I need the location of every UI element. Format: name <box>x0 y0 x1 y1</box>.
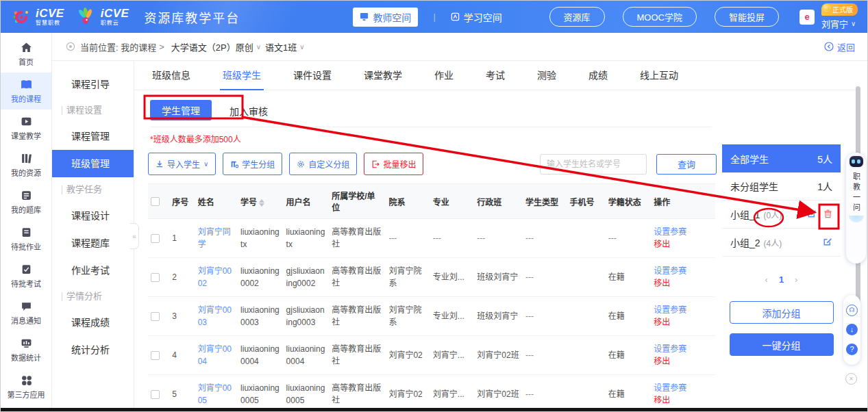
row-checkbox[interactable] <box>151 312 160 321</box>
menu-item-class-management[interactable]: 班级管理 <box>52 150 134 177</box>
sidebar-item-pending-exams[interactable]: 待批考试 <box>1 257 51 294</box>
tab-grades[interactable]: 成绩 <box>588 61 608 90</box>
current-page[interactable]: 1 <box>779 274 784 285</box>
logo-subtitle: 智慧职教 <box>36 21 64 26</box>
one-click-group-button[interactable]: 一键分组 <box>730 333 834 356</box>
user-menu[interactable]: 刘宵宁 ∨ <box>821 17 856 30</box>
add-group-button[interactable]: 添加分组 <box>730 301 834 324</box>
sort-icon[interactable] <box>259 199 264 207</box>
edit-group-icon[interactable] <box>807 209 817 220</box>
menu-section-teaching-tasks: 教学任务 <box>52 177 134 202</box>
close-float-icon[interactable]: × <box>845 373 857 385</box>
logo-icve-zhihuizhijiao[interactable]: iCVE 智慧职教 <box>12 8 64 27</box>
menu-item-course-question-bank[interactable]: 课程题库 <box>52 229 134 257</box>
play-video-icon <box>21 116 32 127</box>
next-page-icon[interactable]: › <box>795 274 797 285</box>
remove-link[interactable]: 移出 <box>654 316 712 329</box>
tab-quiz[interactable]: 测验 <box>537 61 556 90</box>
custom-grouping-button[interactable]: 自定义分组 <box>289 153 357 175</box>
group-ungrouped-students[interactable]: 未分组学生 1人 <box>722 172 841 201</box>
sidebar-item-statistics[interactable]: 数据统计 <box>1 331 51 368</box>
delete-group-icon[interactable] <box>823 209 832 220</box>
resource-library-button[interactable]: 资源库 <box>549 7 605 27</box>
cell-seq: 1 <box>169 219 195 258</box>
query-button[interactable]: 查询 <box>656 154 717 175</box>
edit-group-icon[interactable] <box>823 237 832 248</box>
teacher-space-button[interactable]: 教师空间 <box>353 8 418 27</box>
learning-space-link[interactable]: 学习空间 <box>451 10 502 24</box>
menu-section-learning-analysis: 学情分析 <box>52 284 134 309</box>
sidebar-item-my-courses[interactable]: 我的课程 <box>1 73 51 110</box>
sidebar-item-home[interactable]: 首页 <box>1 36 51 73</box>
breadcrumb-my-courses[interactable]: 我的课程 <box>121 40 156 53</box>
set-contest-link[interactable]: 设置参赛 <box>654 265 712 277</box>
sidebar-item-classroom-teaching[interactable]: 课堂教学 <box>1 110 51 146</box>
back-button[interactable]: 返回 <box>824 40 855 53</box>
class-dropdown[interactable]: 语文1班∨ <box>265 40 305 53</box>
subtab-join-review[interactable]: 加入审核 <box>230 104 268 120</box>
batch-remove-button[interactable]: 批量移出 <box>364 153 423 175</box>
menu-collapse-handle[interactable]: « <box>130 223 139 249</box>
help-icon[interactable]: ? <box>846 344 858 355</box>
cell-username: liuxiaoning0004 <box>284 336 330 375</box>
menu-item-course-design[interactable]: 课程设计 <box>52 202 134 229</box>
remove-link[interactable]: 移出 <box>654 355 712 368</box>
student-name-link[interactable]: 刘宵宁0005 <box>195 375 238 404</box>
student-name-link[interactable]: 刘宵宁0004 <box>195 336 238 375</box>
sidebar-item-notifications[interactable]: 消息通知 <box>1 294 51 331</box>
tab-exam[interactable]: 考试 <box>486 61 505 90</box>
row-checkbox[interactable] <box>151 351 160 360</box>
menu-section-course-settings: 课程设置 <box>52 98 134 123</box>
customer-service-icon[interactable]: ☊ <box>846 305 858 316</box>
row-checkbox[interactable] <box>151 273 160 282</box>
course-dropdown[interactable]: 大学语文（2P）原创∨ <box>171 40 261 53</box>
app-shortcut-icon[interactable]: e <box>799 10 815 25</box>
table-row: 5 刘宵宁0005 liuxiaoning0005 liuxiaoning000… <box>148 375 715 404</box>
select-all-checkbox[interactable] <box>151 197 160 206</box>
student-grouping-button[interactable]: 学生分组 <box>223 153 282 175</box>
group-item-1[interactable]: 小组_1 (0人) <box>722 201 841 229</box>
student-name-link[interactable]: 刘宵宁0003 <box>195 297 238 336</box>
menu-item-course-grades[interactable]: 课程成绩 <box>52 309 134 336</box>
student-name-link[interactable]: 刘宵宁同学 <box>195 219 238 258</box>
tab-courseware-settings[interactable]: 课件设置 <box>293 61 332 90</box>
tab-homework[interactable]: 作业 <box>434 61 454 90</box>
assistant-widget[interactable]: 职教一问 <box>846 153 866 263</box>
cell-phone <box>567 336 606 375</box>
row-checkbox[interactable] <box>151 234 160 243</box>
sidebar-item-my-resources[interactable]: 我的资源 <box>1 146 51 183</box>
student-subtabs: 学生管理 加入审核 <box>150 100 712 127</box>
tab-classroom-teaching[interactable]: 课堂教学 <box>364 61 402 90</box>
group-all-students[interactable]: 全部学生 5人 <box>722 144 841 172</box>
sidebar-item-pending-homework[interactable]: 待批作业 <box>1 220 51 257</box>
sidebar-item-my-question-bank[interactable]: 我的题库 <box>1 183 51 220</box>
remove-link[interactable]: 移出 <box>654 277 712 289</box>
row-checkbox[interactable] <box>151 390 160 399</box>
menu-item-homework-exams[interactable]: 作业考试 <box>52 257 134 284</box>
student-search-input[interactable] <box>540 154 647 175</box>
student-name-link[interactable]: 刘宵宁0002 <box>195 258 238 297</box>
tab-class-students[interactable]: 班级学生 <box>223 61 261 90</box>
logo-subtitle: 职教云 <box>101 21 129 26</box>
menu-item-course-guide[interactable]: 课程引导 <box>52 70 134 98</box>
sidebar-item-third-party-apps[interactable]: 第三方应用 <box>1 368 51 405</box>
smart-cast-button[interactable]: 智能投屏 <box>715 7 779 27</box>
set-contest-link[interactable]: 设置参赛 <box>654 343 712 355</box>
remove-link[interactable]: 移出 <box>654 394 712 403</box>
mooc-college-button[interactable]: MOOC学院 <box>623 7 697 27</box>
import-students-button[interactable]: 导入学生 ∨ <box>148 153 216 175</box>
prev-page-icon[interactable]: ‹ <box>765 274 768 285</box>
subtab-student-management[interactable]: 学生管理 <box>150 100 212 120</box>
remove-link[interactable]: 移出 <box>654 238 712 250</box>
logo-icve-zhijiaoyun[interactable]: iCVE 职教云 <box>75 7 129 27</box>
group-item-2[interactable]: 小组_2 (4人) <box>722 229 841 257</box>
tab-online-interaction[interactable]: 线上互动 <box>640 61 678 90</box>
download-circle-icon[interactable]: ↓ <box>846 324 858 335</box>
col-student-id[interactable]: 学号 <box>238 184 284 219</box>
set-contest-link[interactable]: 设置参赛 <box>654 304 712 316</box>
set-contest-link[interactable]: 设置参赛 <box>654 382 712 394</box>
menu-item-course-management[interactable]: 课程管理 <box>52 123 134 150</box>
set-contest-link[interactable]: 设置参赛 <box>654 226 712 238</box>
tab-class-info[interactable]: 班级信息 <box>152 61 190 90</box>
menu-item-statistical-analysis[interactable]: 统计分析 <box>52 336 134 363</box>
